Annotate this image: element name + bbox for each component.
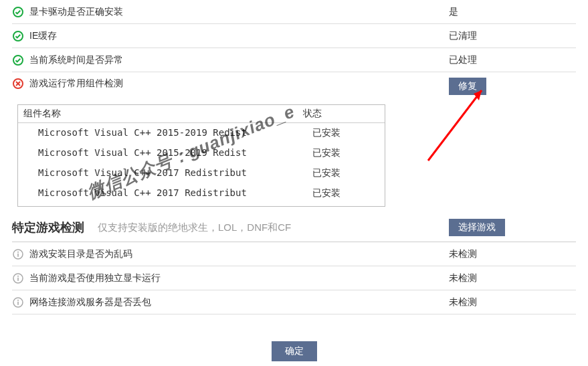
check-label: 游戏安装目录是否为乱码 [29,248,449,260]
check-ok-icon [12,54,24,66]
td-status: 已安装 [312,127,379,139]
svg-point-8 [17,275,19,276]
info-icon [12,296,24,308]
info-icon [12,248,24,260]
td-name: Microsoft Visual C++ 2017 Redistribut [38,187,312,199]
table-row[interactable]: Microsoft Visual C++ 2015-2019 Redist 已安… [18,123,385,143]
game-check-dedicated-gpu: 当前游戏是否使用独立显卡运行 未检测 [12,266,576,290]
td-status: 已安装 [312,187,379,199]
check-ok-icon [12,30,24,42]
section-title: 特定游戏检测 [12,219,84,236]
game-check-network-loss: 网络连接游戏服务器是否丢包 未检测 [12,290,576,314]
check-label: 当前游戏是否使用独立显卡运行 [29,272,449,284]
component-table: 组件名称 状态 Microsoft Visual C++ 2015-2019 R… [17,104,385,207]
svg-point-11 [17,299,19,300]
svg-rect-9 [17,277,19,280]
info-icon [12,272,24,284]
footer: 确定 [12,314,576,361]
check-label: 当前系统时间是否异常 [29,54,449,66]
check-ok-icon [12,6,24,18]
confirm-button[interactable]: 确定 [272,341,317,361]
table-header: 组件名称 状态 [18,105,385,123]
error-icon [12,78,24,90]
check-row-game-components: 游戏运行常用组件检测 修复 [12,72,576,100]
table-row[interactable]: Microsoft Visual C++ 2017 Redistribut 已安… [18,183,385,203]
check-label: 网络连接游戏服务器是否丢包 [29,296,449,308]
td-name: Microsoft Visual C++ 2015-2019 Redist [38,147,312,159]
th-component-name[interactable]: 组件名称 [18,105,298,122]
td-name: Microsoft Visual C++ 2015-2019 Redist [38,127,312,139]
check-status: 已清理 [449,30,576,42]
section-hint: 仅支持安装版的绝地求生，LOL，DNF和CF [98,221,449,234]
check-label: 游戏运行常用组件检测 [29,78,449,90]
select-game-button[interactable]: 选择游戏 [449,219,505,236]
check-status: 未检测 [449,272,576,284]
svg-line-13 [428,90,482,161]
check-row-system-time: 当前系统时间是否异常 已处理 [12,48,576,72]
td-status: 已安装 [312,147,379,159]
table-row[interactable]: Microsoft Visual C++ 2015-2019 Redist 已安… [18,143,385,163]
check-label: 显卡驱动是否正确安装 [29,6,449,18]
td-name: Microsoft Visual C++ 2017 Redistribut [38,167,312,179]
table-body[interactable]: Microsoft Visual C++ 2015-2019 Redist 已安… [18,123,385,206]
th-component-status[interactable]: 状态 [298,105,385,122]
svg-rect-12 [17,301,19,304]
svg-rect-6 [17,253,19,256]
check-status: 已处理 [449,54,576,66]
game-section-header: 特定游戏检测 仅支持安装版的绝地求生，LOL，DNF和CF 选择游戏 [12,213,576,242]
game-check-install-path: 游戏安装目录是否为乱码 未检测 [12,242,576,266]
check-label: IE缓存 [29,30,449,42]
check-status: 未检测 [449,296,576,308]
td-status: 已安装 [312,167,379,179]
table-row[interactable]: Microsoft Visual C++ 2017 Redistribut 已安… [18,163,385,183]
repair-button[interactable]: 修复 [449,78,486,95]
check-row-ie-cache: IE缓存 已清理 [12,24,576,48]
check-status: 未检测 [449,248,576,260]
svg-point-5 [17,251,19,252]
check-row-gpu-driver: 显卡驱动是否正确安装 是 [12,0,576,24]
check-status: 是 [449,6,576,18]
